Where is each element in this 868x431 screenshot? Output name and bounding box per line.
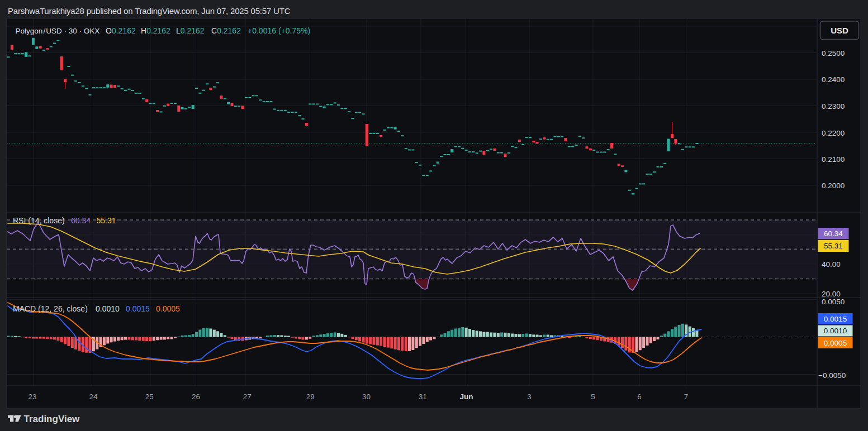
svg-text:60.34: 60.34	[71, 216, 91, 225]
svg-text:0.2400: 0.2400	[822, 75, 845, 84]
svg-text:0.0015: 0.0015	[824, 315, 847, 323]
svg-text:0.0015: 0.0015	[126, 304, 150, 313]
svg-text:0.2200: 0.2200	[822, 129, 845, 137]
svg-text:L0.2162: L0.2162	[176, 26, 205, 35]
svg-text:25: 25	[145, 392, 154, 401]
svg-text:27: 27	[243, 392, 252, 401]
svg-text:ParshwaTurakhiya28 published o: ParshwaTurakhiya28 published on TradingV…	[8, 6, 291, 16]
svg-text:O0.2162: O0.2162	[106, 26, 136, 35]
svg-text:7: 7	[684, 392, 689, 401]
svg-text:0.2500: 0.2500	[822, 49, 845, 58]
svg-text:3: 3	[527, 392, 532, 401]
svg-text:31: 31	[419, 392, 427, 401]
svg-text:60.34: 60.34	[824, 229, 843, 238]
svg-text:0.2000: 0.2000	[822, 181, 845, 190]
svg-text:55.31: 55.31	[97, 216, 116, 225]
svg-text:0.2300: 0.2300	[822, 102, 845, 111]
svg-text:0.0010: 0.0010	[824, 327, 847, 335]
svg-text:0.2100: 0.2100	[822, 155, 845, 164]
svg-text:30: 30	[362, 392, 371, 401]
svg-text:23: 23	[28, 392, 36, 401]
svg-text:29: 29	[306, 392, 315, 401]
svg-text:20.00: 20.00	[822, 290, 841, 298]
svg-text:0.0005: 0.0005	[156, 304, 180, 313]
svg-text:0.0050: 0.0050	[822, 298, 845, 306]
svg-text:H0.2162: H0.2162	[141, 26, 170, 35]
svg-text:+0.0016 (+0.75%): +0.0016 (+0.75%)	[248, 26, 310, 35]
svg-text:USD: USD	[831, 26, 848, 35]
svg-text:6: 6	[637, 392, 642, 401]
svg-text:40.00: 40.00	[822, 260, 841, 269]
svg-text:0.0010: 0.0010	[96, 304, 120, 313]
svg-text:C0.2162: C0.2162	[211, 26, 241, 35]
svg-text:Polygon / USD · 30 · OKX: Polygon / USD · 30 · OKX	[16, 27, 100, 35]
svg-text:26: 26	[192, 392, 200, 401]
svg-text:MACD (12, 26, close): MACD (12, 26, close)	[13, 304, 88, 313]
svg-text:5: 5	[591, 392, 595, 401]
svg-text:Jun: Jun	[459, 392, 473, 401]
svg-text:55.31: 55.31	[824, 242, 843, 250]
svg-text:TradingView: TradingView	[24, 414, 80, 424]
svg-text:24: 24	[89, 392, 98, 401]
svg-text:RSI (14, close): RSI (14, close)	[13, 216, 65, 225]
svg-text:0.0005: 0.0005	[824, 339, 847, 347]
svg-text:−0.0050: −0.0050	[818, 371, 846, 380]
